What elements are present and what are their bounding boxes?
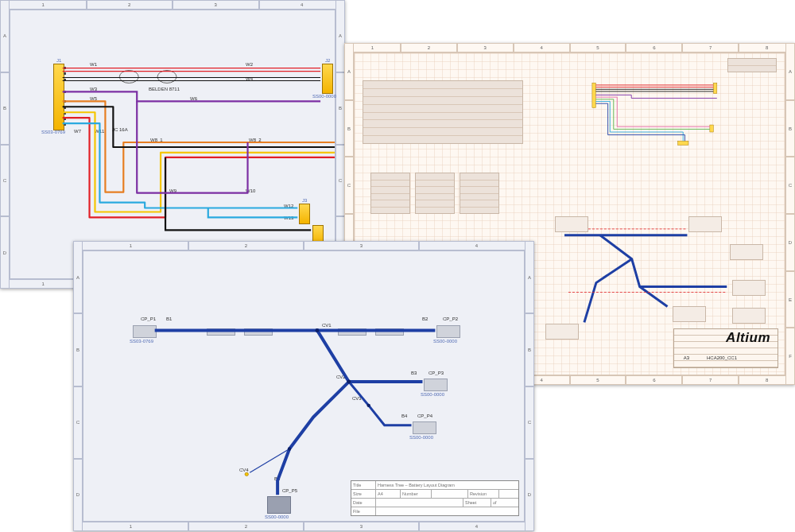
drawing-name: HCA200_CC1 bbox=[707, 355, 737, 360]
drawing-frame: 1 2 3 4 1 2 3 4 A B C D A B C D bbox=[73, 241, 534, 531]
frame-col-label: 2 bbox=[188, 522, 304, 531]
pin bbox=[64, 112, 66, 115]
title-block-label: File bbox=[351, 507, 376, 515]
pin bbox=[64, 72, 66, 75]
title-block-label: Revision bbox=[468, 490, 499, 498]
title-block-value: Harness Tree – Battery Layout Diagram bbox=[376, 481, 518, 489]
drawing-size-label: A3 bbox=[684, 355, 689, 360]
frame-row-label: D bbox=[0, 216, 10, 289]
harness-connector-box[interactable] bbox=[424, 379, 448, 391]
title-block-value: of bbox=[491, 499, 518, 507]
svg-point-10 bbox=[288, 447, 291, 450]
brand-logo: Altium bbox=[726, 330, 770, 346]
wire-label: W3 bbox=[90, 87, 97, 91]
wire-label: W7 bbox=[74, 129, 81, 134]
wire-label: W11 bbox=[95, 129, 104, 134]
frame-row-label: C bbox=[344, 157, 354, 214]
connector-callout bbox=[688, 216, 722, 232]
frame-col-label: 1 bbox=[73, 522, 188, 531]
title-block-label: Number bbox=[401, 490, 432, 498]
frame-row-label: B bbox=[0, 72, 10, 145]
title-block: Title Harness Tree – Battery Layout Diag… bbox=[351, 480, 519, 516]
wiring-overlay bbox=[10, 10, 335, 278]
connector-callout bbox=[673, 306, 706, 322]
node-label: CV3 bbox=[352, 396, 362, 401]
pin bbox=[64, 100, 66, 103]
bundle-label: B1 bbox=[166, 316, 172, 321]
title-block-value bbox=[376, 507, 518, 515]
connector-j3[interactable] bbox=[299, 204, 310, 224]
connector-label: CP_P3 bbox=[429, 371, 444, 375]
schematic-sheet-harness-tree: 1 2 3 4 1 2 3 4 A B C D A B C D bbox=[73, 241, 534, 531]
frame-row-label: A bbox=[73, 241, 83, 313]
frame-col-label: 7 bbox=[682, 43, 739, 52]
connector-part-label: SS00-0000 bbox=[421, 392, 444, 397]
svg-rect-5 bbox=[677, 141, 688, 145]
frame-row-label: C bbox=[525, 386, 534, 459]
frame-row-label: D bbox=[785, 214, 795, 271]
frame-border-left: A B C D bbox=[73, 241, 83, 531]
frame-row-label: C bbox=[785, 157, 795, 214]
wire-label: W5 bbox=[90, 96, 97, 101]
wire-label: W6 bbox=[190, 96, 197, 101]
drawing-canvas[interactable]: CP_P1 SS03-0769 CP_P2 SS00-0000 CP_P3 SS… bbox=[83, 250, 525, 522]
frame-col-label: 1 bbox=[0, 0, 87, 10]
frame-border-right: A B C D E F bbox=[785, 43, 795, 385]
bundle-label: B4 bbox=[401, 414, 407, 418]
svg-point-9 bbox=[367, 404, 370, 407]
frame-col-label: 2 bbox=[401, 43, 457, 52]
harness-connector-box[interactable] bbox=[267, 496, 291, 514]
connector-label: CP_P4 bbox=[417, 414, 432, 418]
frame-border-top: 1 2 3 4 bbox=[73, 241, 534, 250]
frame-col-label: 7 bbox=[682, 375, 739, 385]
frame-col-label: 3 bbox=[304, 241, 419, 250]
connector-j1[interactable] bbox=[53, 64, 64, 130]
wire-label: W8_1 bbox=[150, 138, 163, 142]
title-block-label: Size bbox=[351, 490, 376, 498]
frame-col-label: 6 bbox=[626, 375, 682, 385]
wire-label: W8_2 bbox=[249, 138, 262, 142]
alt-label: JC 16A bbox=[112, 127, 128, 132]
frame-row-label: B bbox=[344, 100, 354, 157]
frame-row-label: C bbox=[0, 145, 10, 217]
title-block-label: Title bbox=[351, 481, 376, 489]
bundle-clip bbox=[375, 328, 404, 336]
harness-connector-box[interactable] bbox=[436, 325, 460, 338]
drawing-canvas[interactable]: J1 SS03-0769 J2 SS00-0000 J3 SS01-0000 W… bbox=[10, 10, 335, 279]
connector-callout bbox=[555, 216, 588, 232]
connector-j2[interactable] bbox=[322, 64, 333, 94]
frame-row-label: A bbox=[0, 0, 10, 72]
title-block-value bbox=[376, 499, 463, 507]
frame-row-label: D bbox=[73, 459, 83, 531]
connector-callout bbox=[732, 280, 766, 296]
svg-point-6 bbox=[245, 472, 248, 476]
harness-connector-box[interactable] bbox=[133, 325, 157, 338]
frame-border-left: A B C D bbox=[0, 0, 10, 289]
bundle-label: B3 bbox=[411, 371, 417, 375]
connector-label: CP_P2 bbox=[443, 316, 458, 321]
bundle-label: B2 bbox=[422, 316, 428, 321]
wire-label: W10 bbox=[246, 188, 255, 193]
frame-row-label: B bbox=[73, 313, 83, 386]
wire-label: W9 bbox=[169, 188, 176, 193]
pin bbox=[64, 123, 66, 126]
frame-col-label: 3 bbox=[457, 43, 514, 52]
svg-rect-4 bbox=[710, 125, 713, 132]
frame-row-label: A bbox=[525, 241, 534, 313]
wire-label: W1 bbox=[90, 62, 97, 67]
wire-label: W12 bbox=[284, 204, 293, 208]
frame-row-label: C bbox=[73, 386, 83, 459]
frame-border-bottom: 1 2 3 4 bbox=[73, 522, 534, 531]
svg-point-0 bbox=[119, 71, 138, 83]
connector-callout bbox=[732, 308, 766, 324]
wire-label: W13 bbox=[284, 216, 293, 220]
frame-row-label: A bbox=[344, 43, 354, 100]
svg-rect-2 bbox=[592, 83, 595, 107]
cable-table bbox=[460, 173, 499, 214]
frame-row-label: F bbox=[785, 328, 795, 385]
frame-col-label: 3 bbox=[304, 522, 419, 531]
cable-table bbox=[370, 173, 410, 214]
wire-label: W2 bbox=[246, 62, 253, 67]
harness-connector-box[interactable] bbox=[413, 421, 436, 434]
connector-callout bbox=[730, 244, 763, 260]
